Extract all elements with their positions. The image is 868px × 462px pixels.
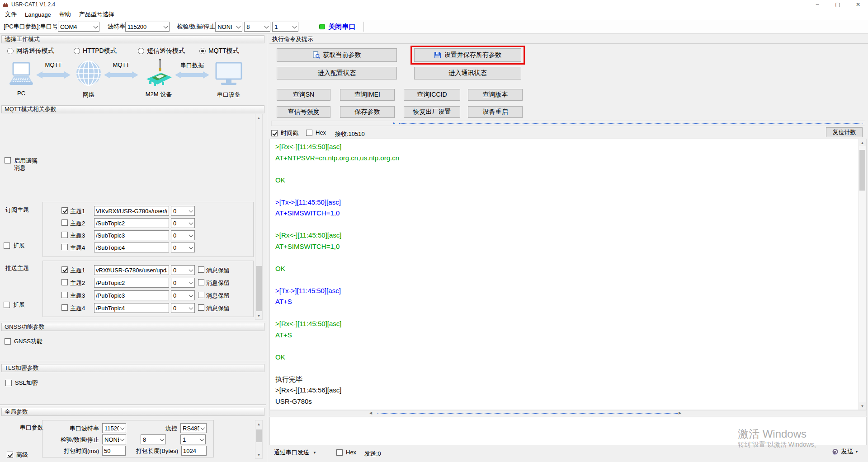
log-area[interactable]: >[Rx<-][11:45:50][asc]AT+NTPSVR=cn.ntp.o… (269, 139, 867, 410)
scrollbar-track[interactable] (399, 123, 863, 124)
topic-name-input[interactable] (94, 303, 169, 313)
retain-checkbox[interactable] (198, 292, 204, 298)
button-label: 查询IMEI (354, 91, 380, 99)
topic-name-input[interactable] (94, 265, 169, 275)
close-serial-button[interactable]: 关闭串口 (319, 23, 355, 31)
topic-qos-select[interactable]: 0 (171, 243, 195, 252)
get-params-button[interactable]: 获取当前参数 (277, 48, 397, 62)
flow-control-select[interactable]: RS485 (180, 423, 207, 433)
baud-rate-select[interactable]: 115200 (125, 22, 170, 32)
advanced-checkbox[interactable]: 高级 (7, 451, 28, 459)
topic-qos-select[interactable]: 0 (171, 290, 195, 300)
scroll-down-icon[interactable]: ▼ (859, 402, 866, 410)
close-button[interactable]: ✕ (855, 1, 861, 8)
com-port-select[interactable]: COM4 (58, 22, 99, 32)
query-iccid-button[interactable]: 查询ICCID (404, 89, 460, 101)
topic-name-input[interactable] (94, 218, 169, 228)
scroll-right-icon[interactable]: ▶ (679, 411, 681, 415)
serial-databits-select[interactable]: 8 (141, 434, 166, 444)
scroll-left-icon[interactable]: ▴ (393, 121, 395, 125)
enter-comm-button[interactable]: 进入通讯状态 (414, 67, 521, 79)
retain-checkbox[interactable] (198, 279, 204, 285)
scrollbar-thumb[interactable] (256, 266, 262, 311)
topic-qos-select[interactable]: 0 (171, 206, 195, 216)
query-version-button[interactable]: 查询版本 (468, 89, 523, 101)
serial-parity-select[interactable]: NONE (102, 434, 126, 444)
topic-enable-checkbox[interactable] (61, 207, 68, 214)
topic-qos-select[interactable]: 0 (171, 265, 195, 275)
topic-name-input[interactable] (94, 278, 169, 288)
subscribe-expand-checkbox[interactable]: 扩展 (4, 242, 25, 250)
retain-checkbox[interactable] (198, 266, 204, 273)
topic-enable-checkbox[interactable] (61, 279, 68, 285)
scrollbar-track[interactable] (377, 413, 678, 414)
databits-select[interactable]: 8 (244, 22, 270, 32)
topic-name-input[interactable] (94, 230, 169, 240)
scrollbar-thumb[interactable] (256, 429, 262, 442)
scrollbar-thumb[interactable] (859, 150, 865, 191)
section-separator (0, 320, 266, 321)
topic-enable-checkbox[interactable] (61, 219, 68, 226)
topic-qos-select[interactable]: 0 (171, 230, 195, 240)
menu-item-language[interactable]: Language (21, 11, 55, 18)
topic-enable-checkbox[interactable] (61, 304, 68, 311)
bottom-horizontal-scrollbar[interactable]: ◀ ▶ (269, 410, 867, 416)
serial-stopbits-select[interactable]: 1 (180, 434, 206, 444)
work-mode-radio-sms[interactable]: 短信透传模式 (138, 47, 185, 55)
scroll-up-icon[interactable]: ▲ (859, 139, 866, 146)
qos-value: 0 (173, 305, 176, 312)
send-via-serial-button[interactable]: 通过串口发送 ▼ (271, 447, 319, 458)
work-mode-radio-httpd[interactable]: HTTPD模式 (74, 47, 117, 55)
send-hex-checkbox[interactable]: Hex (336, 449, 356, 456)
top-horizontal-scrollbar[interactable]: ▴ (271, 121, 865, 126)
factory-reset-button[interactable]: 恢复出厂设置 (404, 106, 460, 118)
topic-enable-checkbox[interactable] (61, 266, 68, 273)
pack-length-input[interactable] (181, 446, 207, 456)
global-panel-scrollbar[interactable]: ▲ ▼ (255, 420, 263, 459)
stopbits-select[interactable]: 1 (272, 22, 298, 32)
topic-name-input[interactable] (94, 243, 169, 252)
gnss-checkbox[interactable]: GNSS功能 (5, 337, 42, 345)
panel-divider[interactable] (267, 34, 267, 462)
query-sn-button[interactable]: 查询SN (277, 89, 330, 101)
scroll-down-icon[interactable]: ▼ (255, 312, 262, 319)
parity-select[interactable]: NONI (215, 22, 242, 32)
pack-time-input[interactable] (102, 446, 126, 456)
topic-name-input[interactable] (94, 206, 169, 216)
save-params-button[interactable]: 保存参数 (340, 106, 395, 118)
qos-value: 0 (173, 292, 176, 299)
log-scrollbar[interactable]: ▲ ▼ (859, 139, 866, 410)
topic-enable-checkbox[interactable] (61, 292, 68, 298)
topic-qos-select[interactable]: 0 (171, 278, 195, 288)
ssl-checkbox[interactable]: SSL加密 (5, 379, 38, 387)
work-mode-radio-mqtt[interactable]: MQTT模式 (199, 47, 239, 55)
reboot-button[interactable]: 设备重启 (468, 106, 523, 118)
publish-expand-checkbox[interactable]: 扩展 (4, 301, 25, 309)
log-hex-checkbox[interactable]: Hex (306, 129, 326, 136)
scroll-up-icon[interactable]: ▲ (255, 114, 262, 121)
topic-enable-checkbox[interactable] (61, 244, 68, 250)
mqtt-panel-scrollbar[interactable]: ▲ ▼ (255, 114, 263, 320)
topic-enable-checkbox[interactable] (61, 232, 68, 238)
serial-baud-select[interactable]: 115200 (102, 423, 126, 433)
menu-item-help[interactable]: 帮助 (55, 10, 75, 19)
menu-item-product-select[interactable]: 产品型号选择 (75, 10, 118, 19)
scroll-down-icon[interactable]: ▼ (255, 451, 262, 458)
will-message-checkbox[interactable]: 启用遗嘱 消息 (5, 157, 38, 172)
timestamp-checkbox[interactable]: 时间戳 (271, 129, 298, 137)
retain-checkbox[interactable] (198, 304, 204, 311)
maximize-button[interactable]: ▢ (835, 1, 840, 8)
query-signal-button[interactable]: 查信号强度 (277, 106, 330, 118)
query-imei-button[interactable]: 查询IMEI (340, 89, 395, 101)
work-mode-radio-net[interactable]: 网络透传模式 (7, 47, 54, 55)
scroll-up-icon[interactable]: ▲ (255, 420, 262, 428)
scroll-left-icon[interactable]: ◀ (369, 411, 372, 415)
topic-qos-select[interactable]: 0 (171, 218, 195, 228)
topic-name-input[interactable] (94, 290, 169, 300)
send-button[interactable]: 发送 ▾ (829, 446, 860, 457)
enter-config-button[interactable]: 进入配置状态 (277, 67, 397, 79)
topic-qos-select[interactable]: 0 (171, 303, 195, 313)
minimize-button[interactable]: – (815, 1, 820, 8)
reset-count-button[interactable]: 复位计数 (826, 127, 863, 137)
menu-item-file[interactable]: 文件 (1, 10, 21, 19)
